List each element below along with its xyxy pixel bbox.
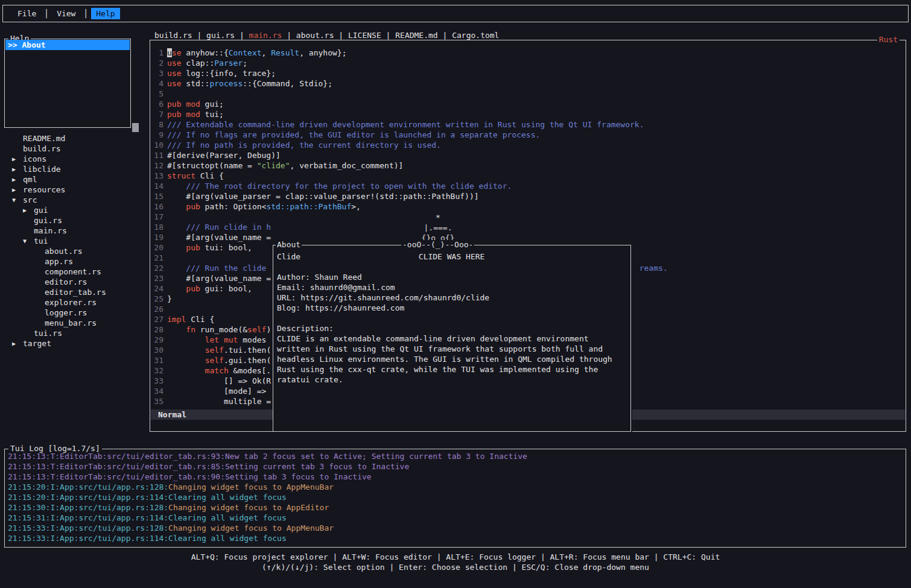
tree-item-menu-bar-rs[interactable]: menu_bar.rs	[5, 317, 147, 327]
code-line[interactable]: 2use clap::Parser;	[150, 58, 906, 68]
tab-build-rs[interactable]: build.rs	[154, 31, 192, 40]
code-line[interactable]: 12#[structopt(name = "clide", verbatim_d…	[150, 160, 906, 171]
folder-collapsed-icon[interactable]: ▶	[12, 154, 23, 164]
menu-item-file[interactable]: File	[13, 8, 41, 19]
folder-collapsed-icon[interactable]: ▶	[12, 185, 23, 195]
tab-about-rs[interactable]: about.rs	[296, 31, 334, 40]
log-prefix: 21:15:33:I:App:src/tui/app.rs:114:	[8, 534, 168, 543]
tree-item-about-rs[interactable]: about.rs	[5, 245, 147, 256]
line-number: 5	[151, 89, 163, 99]
tab-readme-md[interactable]: README.md	[395, 31, 437, 40]
tree-item-label: resources	[23, 185, 65, 194]
code-line[interactable]: 14 /// The root directory for the projec…	[150, 181, 906, 191]
tree-item-logger-rs[interactable]: logger.rs	[5, 307, 147, 317]
menu-item-view[interactable]: View	[52, 8, 80, 19]
line-number: 3	[151, 68, 163, 78]
tree-item-label: gui	[34, 206, 48, 215]
tree-item-editor-tab-rs[interactable]: editor_tab.rs	[5, 286, 147, 297]
tree-item-icons[interactable]: ▶icons	[5, 153, 147, 163]
code-text: pub mod tui;	[167, 109, 224, 119]
line-number: 26	[151, 304, 163, 314]
tree-item-resources[interactable]: ▶resources	[5, 184, 147, 194]
hotkey-bar: ALT+Q: Focus project explorer | ALT+W: F…	[0, 552, 911, 572]
tree-item-tui[interactable]: ▼tui	[5, 235, 147, 245]
line-number: 34	[151, 386, 163, 396]
tree-item-target[interactable]: ▶target	[5, 338, 147, 348]
code-line[interactable]: 6pub mod gui;	[150, 99, 906, 109]
help-menu-item-about[interactable]: >> About	[5, 40, 130, 50]
tree-item-label: logger.rs	[45, 308, 87, 317]
log-entry: 21:15:13:T:EditorTab:src/tui/editor_tab.…	[8, 451, 904, 461]
folder-collapsed-icon[interactable]: ▶	[23, 205, 34, 215]
code-text: #[arg(value_parser = clap::value_parser!…	[167, 191, 479, 201]
log-prefix: 21:15:20:I:App:src/tui/app.rs:114:	[8, 493, 168, 502]
folder-collapsed-icon[interactable]: ▶	[12, 338, 23, 349]
code-line[interactable]: 11#[derive(Parser, Debug)]	[150, 150, 906, 160]
folder-expanded-icon[interactable]: ▼	[23, 236, 34, 246]
code-text: #[arg(value_name =	[167, 232, 271, 242]
line-number: 33	[151, 376, 163, 386]
tree-item-main-rs[interactable]: main.rs	[5, 225, 147, 235]
tab-bar: build.rs | gui.rs | main.rs | about.rs |…	[154, 30, 499, 40]
line-number: 35	[151, 396, 163, 406]
tree-item-src[interactable]: ▼src	[5, 194, 147, 204]
tree-item-libclide[interactable]: ▶libclide	[5, 163, 147, 174]
about-border-art: -ooO--(_)--Ooo-	[401, 240, 474, 249]
about-text-line: headless Linux environments. The GUI is …	[277, 354, 629, 364]
log-prefix: 21:15:30:I:App:src/tui/app.rs:128:	[8, 503, 168, 512]
line-number: 7	[151, 109, 163, 119]
about-ascii-art: *|.===.{}o o{}	[273, 212, 603, 243]
tab-license[interactable]: LICENSE	[348, 31, 381, 40]
line-number: 2	[151, 58, 163, 68]
code-line[interactable]: 7pub mod tui;	[150, 109, 906, 119]
tree-item-build-rs[interactable]: build.rs	[5, 143, 147, 153]
tab-gui-rs[interactable]: gui.rs	[206, 31, 235, 40]
code-text: /// The root directory for the project t…	[167, 181, 512, 191]
tree-item-explorer-rs[interactable]: explorer.rs	[5, 297, 147, 307]
code-line[interactable]: 16 pub path: Option<std::path::PathBuf>,	[150, 201, 906, 212]
code-line[interactable]: 4use std::process::{Command, Stdio};	[150, 78, 906, 89]
log-entry: 21:15:20:I:App:src/tui/app.rs:114:Cleari…	[8, 492, 904, 502]
code-text: }	[167, 294, 172, 304]
tab-main-rs[interactable]: main.rs	[249, 31, 282, 40]
tree-item-label: main.rs	[34, 226, 67, 235]
code-line[interactable]: 13struct Cli {	[150, 171, 906, 181]
tree-item-editor-rs[interactable]: editor.rs	[5, 276, 147, 286]
code-text: pub mod gui;	[167, 99, 224, 109]
code-text: pub gui: bool,	[167, 283, 252, 294]
tree-item-gui[interactable]: ▶gui	[5, 204, 147, 215]
about-text-line: Blog: https://shaunreed.com	[277, 303, 629, 313]
menubar-items: File│View│Help	[13, 8, 120, 19]
about-text-line: Author: Shaun Reed	[277, 272, 629, 282]
app: { "colors": { "background": "#15151e", "…	[0, 0, 911, 588]
tree-item-app-rs[interactable]: app.rs	[5, 256, 147, 266]
tree-item-gui-rs[interactable]: gui.rs	[5, 215, 147, 225]
tree-item-tui-rs[interactable]: tui.rs	[5, 327, 147, 338]
menu-item-help[interactable]: Help	[91, 8, 119, 19]
code-line[interactable]: 10/// If no path is provided, the curren…	[150, 140, 906, 150]
about-text-line: Clide CLIDE WAS HERE	[277, 251, 629, 262]
code-line[interactable]: 9/// If no flags are provided, the GUI e…	[150, 130, 906, 140]
tab-cargo-toml[interactable]: Cargo.toml	[452, 31, 499, 40]
tree-item-readme-md[interactable]: README.md	[5, 133, 147, 143]
tab-separator: |	[381, 31, 395, 40]
code-line[interactable]: 8/// Extendable command-line driven deve…	[150, 119, 906, 130]
folder-collapsed-icon[interactable]: ▶	[12, 164, 23, 174]
tree-item-component-rs[interactable]: component.rs	[5, 266, 147, 276]
code-line[interactable]: 5	[150, 89, 906, 99]
explorer-scrollbar-thumb[interactable]	[132, 123, 139, 132]
code-text: struct Cli {	[167, 171, 224, 181]
log-prefix: 21:15:33:I:App:src/tui/app.rs:128:	[8, 523, 168, 533]
code-line[interactable]: 15 #[arg(value_parser = clap::value_pars…	[150, 191, 906, 201]
tree-item-label: component.rs	[45, 267, 101, 276]
log-message: Setting tab 3 focus to Inactive	[225, 472, 372, 481]
tree-item-qml[interactable]: ▶qml	[5, 174, 147, 184]
line-number: 24	[151, 283, 163, 294]
code-line[interactable]: 3use log::{info, trace};	[150, 68, 906, 78]
log-message: Clearing all widget focus	[168, 513, 287, 522]
folder-collapsed-icon[interactable]: ▶	[12, 174, 23, 185]
log-prefix: 21:15:31:I:App:src/tui/app.rs:114:	[8, 513, 168, 522]
folder-expanded-icon[interactable]: ▼	[12, 195, 23, 205]
tree-item-label: about.rs	[45, 247, 83, 256]
code-line[interactable]: 1use anyhow::{Context, Result, anyhow};	[150, 48, 906, 58]
